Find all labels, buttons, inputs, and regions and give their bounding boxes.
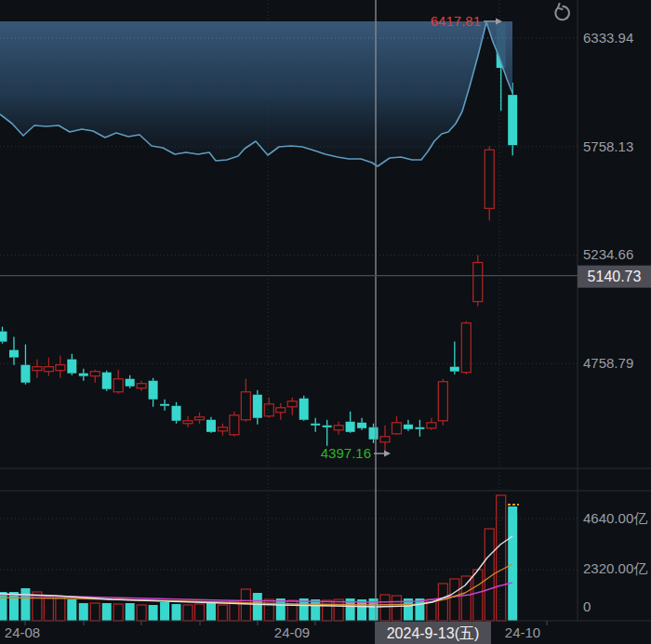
- low-price-marker: 4397.16: [321, 445, 371, 461]
- volume-axis-label: 0: [583, 598, 591, 614]
- date-axis-label: 24-08: [5, 624, 40, 640]
- volume-bar[interactable]: [0, 592, 7, 621]
- volume-bar[interactable]: [253, 593, 262, 621]
- volume-bar[interactable]: [276, 598, 286, 621]
- volume-bar[interactable]: [79, 603, 88, 621]
- price-axis-label: 4758.79: [583, 355, 633, 371]
- candle[interactable]: [299, 396, 309, 421]
- candle[interactable]: [102, 371, 112, 391]
- crosshair-date-value: 2024-9-13(五): [387, 625, 480, 641]
- volume-bar[interactable]: [20, 588, 30, 621]
- volume-bar[interactable]: [508, 506, 517, 621]
- volume-bar[interactable]: [172, 604, 181, 621]
- volume-axis-label: 2320.00亿: [583, 560, 647, 576]
- price-axis-label: 6333.94: [583, 30, 633, 46]
- date-axis-label: 24-10: [505, 624, 540, 640]
- date-axis-label: 24-09: [274, 624, 310, 640]
- price-axis-label: 5234.66: [583, 246, 633, 262]
- volume-bar[interactable]: [206, 603, 216, 621]
- crosshair-price-value: 5140.73: [588, 269, 642, 284]
- volume-bar[interactable]: [67, 599, 76, 621]
- volume-axis-label: 4640.00亿: [583, 510, 647, 526]
- volume-bar[interactable]: [9, 592, 19, 621]
- crosshair-price-badge: 5140.73: [578, 266, 651, 288]
- crosshair-date-badge: 2024-9-13(五): [375, 622, 491, 644]
- price-axis-label: 5758.13: [583, 138, 633, 154]
- volume-bar[interactable]: [160, 602, 169, 621]
- kline-chart-window: 6333.945758.135234.664758.794640.00亿2320…: [0, 0, 651, 644]
- high-price-marker: 6417.81: [431, 13, 481, 29]
- volume-bar[interactable]: [149, 605, 158, 621]
- volume-bar[interactable]: [126, 603, 135, 621]
- kline-chart[interactable]: 6333.945758.135234.664758.794640.00亿2320…: [0, 0, 651, 644]
- volume-bar[interactable]: [102, 603, 112, 621]
- volume-bar[interactable]: [311, 599, 320, 621]
